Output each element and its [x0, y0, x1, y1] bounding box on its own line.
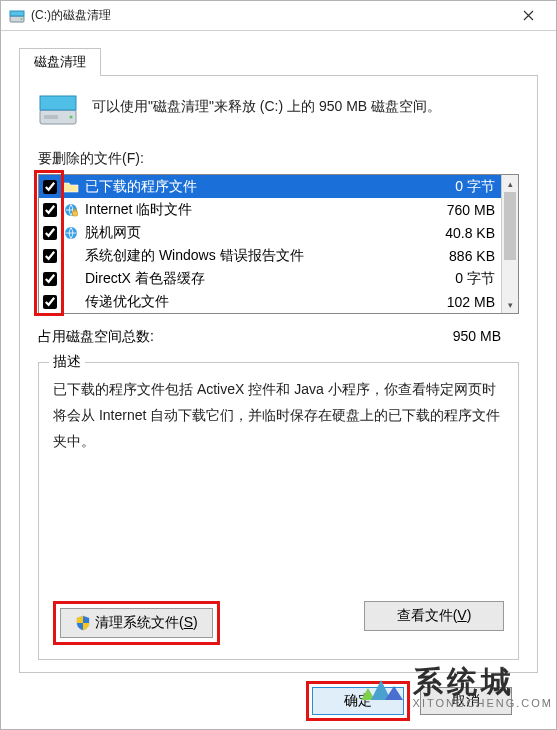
svg-rect-1 [10, 11, 24, 16]
dialog-body: 磁盘清理 可以使用"磁盘清理"来释放 (C:) 上的 950 MB 磁盘空间。 … [1, 31, 556, 729]
total-value: 950 MB [453, 328, 501, 346]
list-item[interactable]: Internet 临时文件760 MB [39, 198, 501, 221]
description-title: 描述 [49, 353, 85, 371]
clean-system-files-button[interactable]: 清理系统文件(S) [60, 608, 213, 638]
blank-icon [63, 248, 79, 264]
ok-highlight: 确定 [306, 681, 410, 721]
close-button[interactable] [508, 2, 548, 30]
svg-point-2 [21, 18, 23, 20]
list-item[interactable]: DirectX 着色器缓存0 字节 [39, 267, 501, 290]
clean-system-highlight: 清理系统文件(S) [53, 601, 220, 645]
list-item[interactable]: 传递优化文件102 MB [39, 290, 501, 313]
drive-icon [9, 8, 25, 24]
cancel-button[interactable]: 取消 [420, 687, 512, 715]
scroll-thumb[interactable] [504, 192, 516, 260]
tabstrip: 磁盘清理 [19, 47, 538, 75]
scrollbar-vertical[interactable]: ▴ ▾ [501, 175, 518, 313]
blank-icon [63, 271, 79, 287]
list-item-checkbox[interactable] [43, 226, 57, 240]
description-groupbox: 描述 已下载的程序文件包括 ActiveX 控件和 Java 小程序，你查看特定… [38, 362, 519, 660]
list-item-checkbox[interactable] [43, 272, 57, 286]
list-item-checkbox[interactable] [43, 295, 57, 309]
list-item-label: 传递优化文件 [85, 293, 419, 311]
tab-panel: 可以使用"磁盘清理"来释放 (C:) 上的 950 MB 磁盘空间。 要删除的文… [19, 75, 538, 673]
file-list-wrap: 已下载的程序文件0 字节Internet 临时文件760 MB脱机网页40.8 … [38, 174, 519, 314]
view-files-label: 查看文件(V) [397, 607, 472, 625]
total-label: 占用磁盘空间总数: [38, 328, 154, 346]
tab-disk-cleanup[interactable]: 磁盘清理 [19, 48, 101, 76]
list-item[interactable]: 系统创建的 Windows 错误报告文件886 KB [39, 244, 501, 267]
scroll-down-button[interactable]: ▾ [502, 296, 518, 313]
list-item-checkbox[interactable] [43, 249, 57, 263]
list-item-checkbox[interactable] [43, 180, 57, 194]
ie-lock-icon [63, 202, 79, 218]
titlebar: (C:)的磁盘清理 [1, 1, 556, 31]
description-text: 已下载的程序文件包括 ActiveX 控件和 Java 小程序，你查看特定网页时… [53, 377, 504, 591]
window-title: (C:)的磁盘清理 [31, 7, 508, 24]
intro-text: 可以使用"磁盘清理"来释放 (C:) 上的 950 MB 磁盘空间。 [92, 92, 441, 119]
shield-icon [75, 615, 91, 631]
svg-rect-4 [40, 96, 76, 110]
list-item-label: 脱机网页 [85, 224, 419, 242]
ie-icon [63, 225, 79, 241]
ok-button[interactable]: 确定 [312, 687, 404, 715]
intro-row: 可以使用"磁盘清理"来释放 (C:) 上的 950 MB 磁盘空间。 [38, 92, 519, 128]
list-item[interactable]: 已下载的程序文件0 字节 [39, 175, 501, 198]
list-item-size: 0 字节 [425, 270, 495, 288]
list-item-size: 0 字节 [425, 178, 495, 196]
list-item-size: 886 KB [425, 248, 495, 264]
groupbox-button-row: 清理系统文件(S) 查看文件(V) [53, 601, 504, 645]
list-item-label: 已下载的程序文件 [85, 178, 419, 196]
drive-large-icon [38, 92, 78, 128]
file-listbox[interactable]: 已下载的程序文件0 字节Internet 临时文件760 MB脱机网页40.8 … [38, 174, 519, 314]
svg-point-5 [69, 115, 72, 118]
view-files-button[interactable]: 查看文件(V) [364, 601, 504, 631]
folder-icon [63, 179, 79, 195]
list-item-label: Internet 临时文件 [85, 201, 419, 219]
scroll-up-button[interactable]: ▴ [502, 175, 518, 192]
list-item-label: DirectX 着色器缓存 [85, 270, 419, 288]
list-item-size: 760 MB [425, 202, 495, 218]
svg-rect-8 [73, 211, 78, 216]
list-item-label: 系统创建的 Windows 错误报告文件 [85, 247, 419, 265]
list-item-size: 40.8 KB [425, 225, 495, 241]
scroll-track[interactable] [502, 192, 518, 296]
clean-system-files-label: 清理系统文件(S) [95, 614, 198, 632]
disk-cleanup-window: (C:)的磁盘清理 磁盘清理 可以使用"磁盘清理"来释放 (C:) 上的 950… [0, 0, 557, 730]
list-item-checkbox[interactable] [43, 203, 57, 217]
total-row: 占用磁盘空间总数: 950 MB [38, 328, 519, 346]
list-item-size: 102 MB [425, 294, 495, 310]
dialog-footer: 确定 取消 [19, 673, 538, 729]
list-item[interactable]: 脱机网页40.8 KB [39, 221, 501, 244]
blank-icon [63, 294, 79, 310]
svg-rect-6 [44, 115, 58, 119]
files-to-delete-label: 要删除的文件(F): [38, 150, 519, 168]
